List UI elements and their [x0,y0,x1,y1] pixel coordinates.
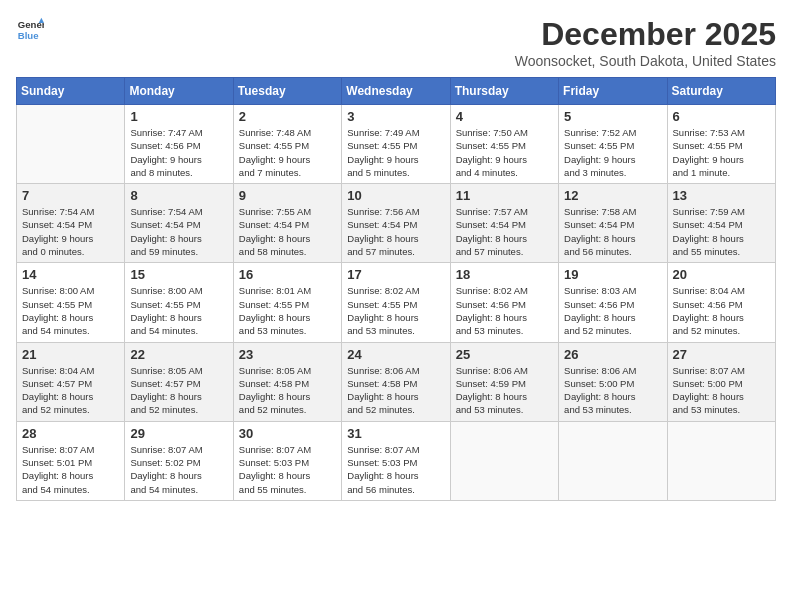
day-info: Sunrise: 8:01 AM Sunset: 4:55 PM Dayligh… [239,284,336,337]
day-number: 13 [673,188,770,203]
calendar-cell: 7Sunrise: 7:54 AM Sunset: 4:54 PM Daylig… [17,184,125,263]
calendar-cell: 24Sunrise: 8:06 AM Sunset: 4:58 PM Dayli… [342,342,450,421]
day-info: Sunrise: 7:54 AM Sunset: 4:54 PM Dayligh… [22,205,119,258]
day-info: Sunrise: 7:48 AM Sunset: 4:55 PM Dayligh… [239,126,336,179]
calendar-cell: 18Sunrise: 8:02 AM Sunset: 4:56 PM Dayli… [450,263,558,342]
day-info: Sunrise: 8:04 AM Sunset: 4:56 PM Dayligh… [673,284,770,337]
weekday-header-monday: Monday [125,78,233,105]
day-number: 11 [456,188,553,203]
day-info: Sunrise: 8:06 AM Sunset: 4:58 PM Dayligh… [347,364,444,417]
calendar-cell: 11Sunrise: 7:57 AM Sunset: 4:54 PM Dayli… [450,184,558,263]
day-number: 4 [456,109,553,124]
day-info: Sunrise: 8:07 AM Sunset: 5:03 PM Dayligh… [347,443,444,496]
calendar-cell: 1Sunrise: 7:47 AM Sunset: 4:56 PM Daylig… [125,105,233,184]
day-number: 28 [22,426,119,441]
day-number: 9 [239,188,336,203]
day-info: Sunrise: 7:47 AM Sunset: 4:56 PM Dayligh… [130,126,227,179]
day-info: Sunrise: 8:07 AM Sunset: 5:03 PM Dayligh… [239,443,336,496]
calendar-cell: 6Sunrise: 7:53 AM Sunset: 4:55 PM Daylig… [667,105,775,184]
day-info: Sunrise: 8:02 AM Sunset: 4:56 PM Dayligh… [456,284,553,337]
calendar-cell [17,105,125,184]
day-info: Sunrise: 7:58 AM Sunset: 4:54 PM Dayligh… [564,205,661,258]
day-number: 21 [22,347,119,362]
calendar-cell: 14Sunrise: 8:00 AM Sunset: 4:55 PM Dayli… [17,263,125,342]
calendar-cell [667,421,775,500]
page-header: General Blue December 2025 Woonsocket, S… [16,16,776,69]
calendar-cell: 5Sunrise: 7:52 AM Sunset: 4:55 PM Daylig… [559,105,667,184]
day-number: 5 [564,109,661,124]
calendar-cell: 26Sunrise: 8:06 AM Sunset: 5:00 PM Dayli… [559,342,667,421]
day-info: Sunrise: 7:49 AM Sunset: 4:55 PM Dayligh… [347,126,444,179]
weekday-header-tuesday: Tuesday [233,78,341,105]
day-number: 26 [564,347,661,362]
calendar-week-row: 1Sunrise: 7:47 AM Sunset: 4:56 PM Daylig… [17,105,776,184]
day-number: 3 [347,109,444,124]
day-info: Sunrise: 8:07 AM Sunset: 5:02 PM Dayligh… [130,443,227,496]
calendar-cell: 2Sunrise: 7:48 AM Sunset: 4:55 PM Daylig… [233,105,341,184]
day-info: Sunrise: 8:04 AM Sunset: 4:57 PM Dayligh… [22,364,119,417]
calendar-cell: 4Sunrise: 7:50 AM Sunset: 4:55 PM Daylig… [450,105,558,184]
day-number: 2 [239,109,336,124]
calendar-cell: 30Sunrise: 8:07 AM Sunset: 5:03 PM Dayli… [233,421,341,500]
day-info: Sunrise: 8:00 AM Sunset: 4:55 PM Dayligh… [22,284,119,337]
day-info: Sunrise: 8:07 AM Sunset: 5:00 PM Dayligh… [673,364,770,417]
calendar-cell: 3Sunrise: 7:49 AM Sunset: 4:55 PM Daylig… [342,105,450,184]
weekday-header-wednesday: Wednesday [342,78,450,105]
calendar-cell: 8Sunrise: 7:54 AM Sunset: 4:54 PM Daylig… [125,184,233,263]
page-title: December 2025 [515,16,776,53]
day-number: 25 [456,347,553,362]
calendar-cell: 19Sunrise: 8:03 AM Sunset: 4:56 PM Dayli… [559,263,667,342]
calendar-cell [559,421,667,500]
calendar-cell: 9Sunrise: 7:55 AM Sunset: 4:54 PM Daylig… [233,184,341,263]
calendar-cell: 10Sunrise: 7:56 AM Sunset: 4:54 PM Dayli… [342,184,450,263]
calendar-week-row: 7Sunrise: 7:54 AM Sunset: 4:54 PM Daylig… [17,184,776,263]
title-section: December 2025 Woonsocket, South Dakota, … [515,16,776,69]
day-number: 31 [347,426,444,441]
logo-icon: General Blue [16,16,44,44]
calendar-table: SundayMondayTuesdayWednesdayThursdayFrid… [16,77,776,501]
day-number: 12 [564,188,661,203]
day-number: 1 [130,109,227,124]
svg-text:Blue: Blue [18,30,39,41]
day-number: 14 [22,267,119,282]
calendar-week-row: 28Sunrise: 8:07 AM Sunset: 5:01 PM Dayli… [17,421,776,500]
calendar-cell: 29Sunrise: 8:07 AM Sunset: 5:02 PM Dayli… [125,421,233,500]
day-number: 16 [239,267,336,282]
calendar-cell: 12Sunrise: 7:58 AM Sunset: 4:54 PM Dayli… [559,184,667,263]
calendar-cell: 17Sunrise: 8:02 AM Sunset: 4:55 PM Dayli… [342,263,450,342]
calendar-week-row: 14Sunrise: 8:00 AM Sunset: 4:55 PM Dayli… [17,263,776,342]
day-number: 17 [347,267,444,282]
day-info: Sunrise: 8:06 AM Sunset: 5:00 PM Dayligh… [564,364,661,417]
day-number: 6 [673,109,770,124]
calendar-cell [450,421,558,500]
day-info: Sunrise: 8:07 AM Sunset: 5:01 PM Dayligh… [22,443,119,496]
day-info: Sunrise: 8:05 AM Sunset: 4:57 PM Dayligh… [130,364,227,417]
day-number: 22 [130,347,227,362]
weekday-header-thursday: Thursday [450,78,558,105]
day-number: 18 [456,267,553,282]
calendar-cell: 13Sunrise: 7:59 AM Sunset: 4:54 PM Dayli… [667,184,775,263]
day-info: Sunrise: 8:05 AM Sunset: 4:58 PM Dayligh… [239,364,336,417]
day-number: 15 [130,267,227,282]
calendar-cell: 27Sunrise: 8:07 AM Sunset: 5:00 PM Dayli… [667,342,775,421]
calendar-cell: 15Sunrise: 8:00 AM Sunset: 4:55 PM Dayli… [125,263,233,342]
day-info: Sunrise: 7:56 AM Sunset: 4:54 PM Dayligh… [347,205,444,258]
day-number: 27 [673,347,770,362]
day-number: 19 [564,267,661,282]
calendar-cell: 16Sunrise: 8:01 AM Sunset: 4:55 PM Dayli… [233,263,341,342]
day-number: 7 [22,188,119,203]
weekday-header-sunday: Sunday [17,78,125,105]
calendar-cell: 20Sunrise: 8:04 AM Sunset: 4:56 PM Dayli… [667,263,775,342]
calendar-cell: 23Sunrise: 8:05 AM Sunset: 4:58 PM Dayli… [233,342,341,421]
day-info: Sunrise: 8:00 AM Sunset: 4:55 PM Dayligh… [130,284,227,337]
weekday-header-row: SundayMondayTuesdayWednesdayThursdayFrid… [17,78,776,105]
day-number: 29 [130,426,227,441]
day-info: Sunrise: 7:55 AM Sunset: 4:54 PM Dayligh… [239,205,336,258]
day-info: Sunrise: 8:02 AM Sunset: 4:55 PM Dayligh… [347,284,444,337]
day-number: 10 [347,188,444,203]
calendar-cell: 25Sunrise: 8:06 AM Sunset: 4:59 PM Dayli… [450,342,558,421]
day-info: Sunrise: 7:59 AM Sunset: 4:54 PM Dayligh… [673,205,770,258]
day-info: Sunrise: 7:52 AM Sunset: 4:55 PM Dayligh… [564,126,661,179]
weekday-header-friday: Friday [559,78,667,105]
day-info: Sunrise: 7:50 AM Sunset: 4:55 PM Dayligh… [456,126,553,179]
